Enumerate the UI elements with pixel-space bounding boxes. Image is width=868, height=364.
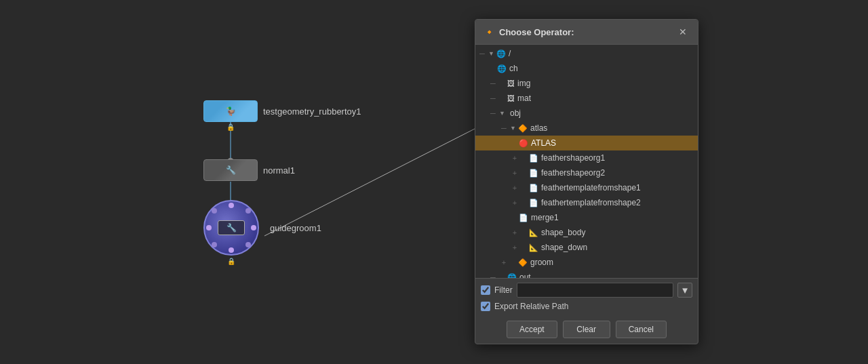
tree-item-merge1[interactable]: 📄 merge1 <box>475 210 698 225</box>
filter-area: Filter ▼ Export Relative Path <box>475 278 698 321</box>
tree-item-label-feathershapeorg2: feathershapeorg2 <box>541 168 605 178</box>
tree-item-label-obj: obj <box>510 108 521 118</box>
choose-operator-dialog: 🔸 Choose Operator: ✕ ─ ▼ 🌐 / 🌐 ch ─ 🖼 im… <box>475 19 698 344</box>
geo-node[interactable]: 🦆 🔒 testgeometry_rubbertoy1 <box>203 100 361 122</box>
tree-item-label-ch: ch <box>509 64 518 73</box>
groom-node-label: guidegroom1 <box>270 223 321 233</box>
tree-item-label-atlas: atlas <box>530 123 547 133</box>
normal-node-label: normal1 <box>263 165 295 176</box>
geo-node-icon: 🦆 <box>226 106 236 116</box>
tree-item-feathertemplatefromshape2[interactable]: + 📄 feathertemplatefromshape2 <box>475 195 698 210</box>
dialog-header-left: 🔸 Choose Operator: <box>484 26 574 37</box>
export-relative-path-label: Export Relative Path <box>494 302 568 311</box>
export-relative-path-checkbox[interactable] <box>481 302 490 311</box>
tree-item-mat[interactable]: ─ 🖼 mat <box>475 91 698 106</box>
tree-item-feathertemplatefromshape1[interactable]: + 📄 feathertemplatefromshape1 <box>475 180 698 195</box>
dialog-close-button[interactable]: ✕ <box>676 25 690 39</box>
normal-node-box: 🔧 <box>203 159 258 181</box>
tree-item-out[interactable]: ─ 🌐 out <box>475 270 698 278</box>
groom-lock-icon: 🔒 <box>227 258 235 265</box>
tree-item-label-feathertemplatefromshape1: feathertemplatefromshape1 <box>541 183 641 193</box>
tree-item-shape_body[interactable]: + 📐 shape_body <box>475 225 698 240</box>
tree-item-label-groom: groom <box>530 258 553 267</box>
geo-node-box: 🦆 🔒 <box>203 100 258 122</box>
node-graph: 🦆 🔒 testgeometry_rubbertoy1 🔧 normal1 🔧 <box>0 0 475 364</box>
normal-node[interactable]: 🔧 normal1 <box>203 159 295 181</box>
export-relative-path-row: Export Relative Path <box>481 302 692 311</box>
filter-row: Filter ▼ <box>481 283 692 298</box>
tree-item-feathershapeorg2[interactable]: + 📄 feathershapeorg2 <box>475 165 698 180</box>
normal-node-icon: 🔧 <box>226 165 236 175</box>
tree-item-obj[interactable]: ─ ▼ obj <box>475 106 698 121</box>
dialog-title-icon: 🔸 <box>484 26 495 37</box>
groom-node-box: 🔧 🔒 <box>203 200 259 256</box>
tree-item-label-feathertemplatefromshape2: feathertemplatefromshape2 <box>541 198 641 207</box>
tree-item-label-img: img <box>517 79 530 88</box>
tree-item-feathershapeorg1[interactable]: + 📄 feathershapeorg1 <box>475 150 698 165</box>
tree-item-label-feathershapeorg1: feathershapeorg1 <box>541 153 605 163</box>
cancel-button[interactable]: Cancel <box>616 321 667 338</box>
tree-item-shape_down[interactable]: + 📐 shape_down <box>475 240 698 255</box>
geo-lock-icon: 🔒 <box>226 123 235 131</box>
tree-item-label-mat: mat <box>517 94 531 103</box>
tree-item-label-ATLAS: ATLAS <box>531 138 556 148</box>
dialog-header: 🔸 Choose Operator: ✕ <box>475 20 698 45</box>
connections-svg <box>0 0 475 364</box>
tree-item-label-shape_body: shape_body <box>541 228 585 237</box>
tree-view[interactable]: ─ ▼ 🌐 / 🌐 ch ─ 🖼 img ─ 🖼 mat ─ ▼ <box>475 45 698 278</box>
groom-node[interactable]: 🔧 🔒 guidegroom1 <box>203 200 321 256</box>
tree-item-ATLAS[interactable]: 🔴 ATLAS <box>475 136 698 150</box>
filter-label: Filter <box>494 285 513 295</box>
tree-item-ch[interactable]: 🌐 ch <box>475 61 698 76</box>
clear-button[interactable]: Clear <box>563 321 610 338</box>
tree-item-label-merge1: merge1 <box>531 213 559 222</box>
filter-input[interactable] <box>517 283 673 298</box>
tree-item-label-root: / <box>509 49 511 58</box>
dialog-buttons: Accept Clear Cancel <box>475 321 698 344</box>
tree-item-label-shape_down: shape_down <box>541 243 587 252</box>
tree-item-groom[interactable]: + 🔶 groom <box>475 255 698 270</box>
geo-node-label: testgeometry_rubbertoy1 <box>263 106 361 117</box>
tree-item-label-out: out <box>519 272 531 278</box>
tree-item-img[interactable]: ─ 🖼 img <box>475 76 698 91</box>
filter-checkbox[interactable] <box>481 285 490 295</box>
accept-button[interactable]: Accept <box>507 321 557 338</box>
dialog-title: Choose Operator: <box>499 27 574 37</box>
tree-item-atlas[interactable]: ─ ▼ 🔶 atlas <box>475 121 698 136</box>
tree-item-root[interactable]: ─ ▼ 🌐 / <box>475 46 698 61</box>
filter-dropdown-button[interactable]: ▼ <box>677 283 692 298</box>
